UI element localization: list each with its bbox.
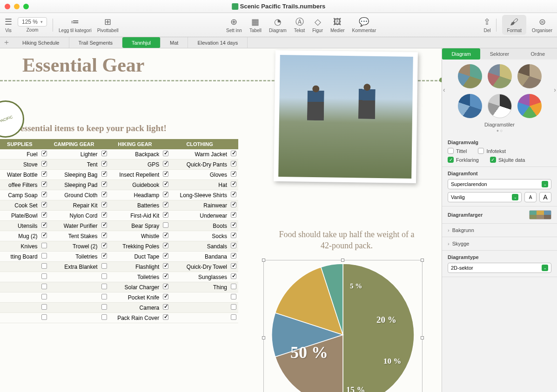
table-cell[interactable]: Solar Charger [109,282,161,292]
table-cell[interactable]: Fuel [0,149,40,159]
table-cell[interactable]: Pocket Knife [109,292,161,303]
checkbox-cell[interactable] [161,170,170,180]
checkbox-cell[interactable] [40,292,49,303]
checkbox-cell[interactable] [100,282,109,292]
checkbox-cell[interactable] [161,231,170,241]
checkbox-cell[interactable] [161,272,170,282]
checkbox-cell[interactable] [229,180,238,190]
chart-button[interactable]: ◔Diagram [269,17,287,33]
fullscreen-window-button[interactable] [23,4,29,9]
checkbox-cell[interactable] [100,200,109,211]
sheet-tab[interactable]: Trail Segments [69,37,123,48]
table-cell[interactable]: Whistle [109,231,161,241]
resize-handle[interactable] [421,336,424,339]
table-cell[interactable]: Toiletries [49,252,100,262]
table-cell[interactable]: Bandana [170,252,229,262]
option-title-checkbox[interactable]: Tittel [448,148,467,154]
font-larger-button[interactable]: A [539,192,551,202]
checkbox-cell[interactable] [161,241,170,252]
zoom-control[interactable]: 125 % ▾ Zoom [18,17,47,33]
chart-style-thumb[interactable] [517,94,542,118]
gear-table[interactable]: SUPPLIESCAMPING GEARHIKING GEARCLOTHING … [0,139,238,323]
table-cell[interactable] [170,303,229,313]
table-cell[interactable] [0,272,40,282]
checkbox-cell[interactable] [161,159,170,170]
table-cell[interactable] [0,292,40,303]
checkbox-cell[interactable] [100,211,109,221]
option-infotext-checkbox[interactable]: Infotekst [478,148,506,154]
checkbox-cell[interactable] [229,231,238,241]
checkbox-cell[interactable] [40,211,49,221]
inspector-tab[interactable]: Ordne [519,48,557,60]
table-cell[interactable]: tting Board [0,252,40,262]
checkbox-cell[interactable] [40,303,49,313]
checkbox-cell[interactable] [40,170,49,180]
checkbox-cell[interactable] [100,262,109,272]
table-cell[interactable] [49,313,100,323]
checkbox-cell[interactable] [229,262,238,272]
add-category-button[interactable]: ≔ Legg til kategori [59,17,92,33]
shadow-disclosure[interactable]: Skygge [448,241,551,246]
checkbox-cell[interactable] [161,262,170,272]
inspector-tab[interactable]: Diagram [442,48,480,60]
resize-handle[interactable] [421,259,424,262]
checkbox-cell[interactable] [161,221,170,231]
table-cell[interactable]: Trekking Poles [109,241,161,252]
checkbox-cell[interactable] [100,252,109,262]
table-cell[interactable] [49,292,100,303]
checkbox-cell[interactable] [40,252,49,262]
checkbox-cell[interactable] [161,313,170,323]
checkbox-cell[interactable] [40,180,49,190]
table-cell[interactable] [49,282,100,292]
checkbox-cell[interactable] [229,159,238,170]
table-cell[interactable]: Cook Set [0,200,40,211]
checkbox-cell[interactable] [229,303,238,313]
comment-button[interactable]: 💬Kommentar [352,17,376,33]
table-cell[interactable]: First-Aid Kit [109,211,161,221]
checkbox-cell[interactable] [100,170,109,180]
table-cell[interactable]: Flashlight [109,262,161,272]
checkbox-cell[interactable] [229,282,238,292]
table-cell[interactable] [0,303,40,313]
table-cell[interactable] [49,272,100,282]
checkbox-cell[interactable] [100,231,109,241]
table-cell[interactable]: Hat [170,180,229,190]
table-cell[interactable]: Stove [0,159,40,170]
checkbox-cell[interactable] [40,282,49,292]
font-style-select[interactable]: Vanlig⌄ [448,192,522,202]
table-cell[interactable]: Long-Sleeve Shirts [170,190,229,200]
checkbox-cell[interactable] [40,262,49,272]
table-cell[interactable]: Water Bottle [0,170,40,180]
table-cell[interactable]: Water Purifier [49,221,100,231]
checkbox-cell[interactable] [229,211,238,221]
checkbox-cell[interactable] [229,190,238,200]
checkbox-cell[interactable] [100,313,109,323]
checkbox-cell[interactable] [40,200,49,211]
table-cell[interactable]: Sleeping Pad [49,180,100,190]
inspector-tab[interactable]: Sektorer [480,48,518,60]
checkbox-cell[interactable] [229,272,238,282]
checkbox-cell[interactable] [100,303,109,313]
insert-button[interactable]: ⊕Sett inn [226,17,242,33]
checkbox-cell[interactable] [100,159,109,170]
table-cell[interactable]: Guidebook [109,180,161,190]
table-cell[interactable]: Lighter [49,149,100,159]
color-palette-button[interactable] [529,210,551,219]
resize-handle[interactable] [262,336,265,339]
next-styles-button[interactable]: › [554,86,556,93]
checkbox-cell[interactable] [100,190,109,200]
table-cell[interactable]: Mug (2) [0,231,40,241]
sheet-tab[interactable]: Hiking Schedule [13,37,69,48]
checkbox-cell[interactable] [161,292,170,303]
table-cell[interactable]: Backpack [109,149,161,159]
organize-button[interactable]: ⊜Organiser [532,17,552,33]
sheet-tab[interactable]: Tannhjul [122,37,161,48]
table-cell[interactable] [170,292,229,303]
photo[interactable] [274,50,418,183]
sheet-tab[interactable]: Elevation 14 days [188,37,248,48]
table-cell[interactable]: offee Filters [0,180,40,190]
checkbox-cell[interactable] [161,252,170,262]
resize-handle[interactable] [341,259,344,262]
checkbox-cell[interactable] [161,149,170,159]
chart-style-thumb[interactable] [517,64,542,88]
